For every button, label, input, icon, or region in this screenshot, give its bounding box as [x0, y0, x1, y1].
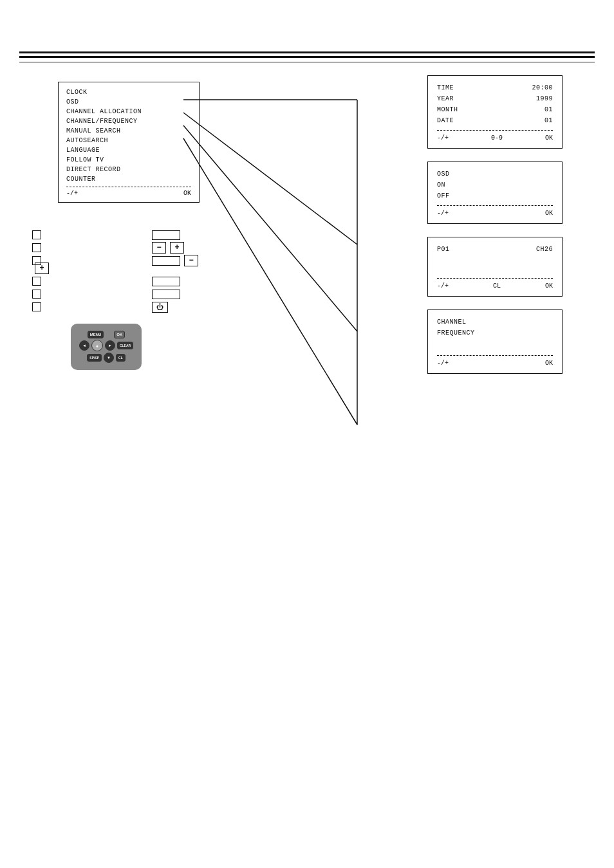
clock-footer-mid: 0-9	[491, 134, 503, 142]
osd-footer-right: OK	[545, 210, 553, 217]
minus-btn-3[interactable]: −	[184, 255, 198, 266]
clock-month-label: MONTH	[437, 106, 458, 113]
osd-on-row: ON	[437, 180, 553, 190]
remote-down-btn[interactable]: ▼	[104, 353, 114, 363]
remote-cl-btn[interactable]: CL	[116, 354, 126, 362]
box-4	[152, 277, 180, 286]
clock-time-label: TIME	[437, 84, 454, 91]
checkbox-4	[32, 277, 41, 286]
channel-freq-channel-label: CHANNEL	[437, 319, 467, 326]
minus-btn-2[interactable]: −	[152, 242, 166, 254]
plus-btn-2[interactable]: +	[170, 242, 184, 254]
clock-date-value: 01	[544, 115, 553, 126]
menu-footer-right: OK	[183, 190, 191, 197]
right-column: TIME 20:00 YEAR 1999 MONTH 01 DATE 01 -	[427, 75, 569, 387]
menu-item-counter: COUNTER	[66, 174, 191, 184]
menu-item-follow-tv: FOLLOW TV	[66, 155, 191, 165]
clock-footer-right: OK	[545, 134, 553, 142]
channel-alloc-spacer	[437, 255, 553, 274]
clock-date-label: DATE	[437, 117, 454, 124]
channel-freq-submenu-box: CHANNEL FREQUENCY -/+ OK	[427, 309, 563, 374]
left-column: CLOCK OSD CHANNEL ALLOCATION CHANNEL/FRE…	[19, 75, 427, 387]
remote-control: MENU OK ◄ ● ► CLEAR SP/SP ▼ CL	[71, 324, 148, 375]
diagram-row-4	[32, 275, 427, 288]
checkbox-5	[32, 290, 41, 299]
clock-footer: -/+ 0-9 OK	[437, 134, 553, 142]
checkbox-6	[32, 302, 41, 311]
clock-month-value: 01	[544, 104, 553, 115]
channel-freq-footer-right: OK	[545, 360, 553, 367]
channel-alloc-submenu-box: P01 CH26 -/+ CL OK	[427, 237, 563, 297]
osd-footer: -/+ OK	[437, 210, 553, 217]
osd-off-label: OFF	[437, 192, 450, 199]
channel-alloc-footer-left: -/+	[437, 282, 449, 290]
checkbox-2	[32, 243, 41, 252]
checkbox-1	[32, 230, 41, 239]
channel-freq-spacer	[437, 338, 553, 351]
menu-divider	[66, 187, 191, 187]
osd-on-label: ON	[437, 181, 445, 189]
row-label-3	[45, 257, 148, 264]
menu-item-language: LANGUAGE	[66, 145, 191, 155]
diagram-row-1	[32, 228, 427, 241]
remote-ok-btn[interactable]: OK	[114, 331, 125, 338]
channel-alloc-p01-label: P01	[437, 246, 450, 253]
channel-alloc-footer-right: OK	[545, 282, 553, 290]
clock-date-row: DATE 01	[437, 115, 553, 126]
menu-footer-left: -/+	[66, 190, 78, 197]
remote-center-btn[interactable]: ●	[91, 340, 103, 351]
remote-clear-btn[interactable]: CLEAR	[117, 342, 133, 349]
sub-border-line	[19, 62, 595, 62]
osd-submenu-box: OSD ON OFF -/+ OK	[427, 162, 563, 224]
clock-month-row: MONTH 01	[437, 104, 553, 115]
box-5	[152, 290, 180, 299]
channel-freq-footer: -/+ OK	[437, 360, 553, 367]
row-label-1	[45, 232, 148, 239]
remote-bot-row: SP/SP ▼ CL	[87, 353, 125, 363]
channel-freq-footer-left: -/+	[437, 360, 449, 367]
osd-off-row: OFF	[437, 190, 553, 201]
channel-alloc-divider	[437, 278, 553, 279]
remote-menu-btn[interactable]: MENU	[88, 331, 104, 338]
clock-time-value: 20:00	[532, 82, 553, 93]
clock-divider	[437, 130, 553, 131]
clock-time-row: TIME 20:00	[437, 82, 553, 93]
main-layout: CLOCK OSD CHANNEL ALLOCATION CHANNEL/FRE…	[19, 75, 595, 387]
row-label-2	[45, 245, 148, 252]
clock-footer-left: -/+	[437, 134, 449, 142]
menu-item-direct-record: DIRECT RECORD	[66, 165, 191, 174]
channel-alloc-p01-value: CH26	[536, 244, 553, 255]
box-1	[152, 230, 180, 240]
clock-year-row: YEAR 1999	[437, 93, 553, 104]
page-container: CLOCK OSD CHANNEL ALLOCATION CHANNEL/FRE…	[0, 0, 614, 868]
channel-freq-divider	[437, 355, 553, 356]
plus-btn-3b[interactable]: +	[35, 263, 49, 274]
clock-year-value: 1999	[536, 93, 553, 104]
diagram-section: − + − +	[32, 228, 427, 313]
remote-body: MENU OK ◄ ● ► CLEAR SP/SP ▼ CL	[71, 324, 142, 370]
channel-alloc-footer: -/+ CL OK	[437, 282, 553, 290]
menu-item-manual-search: MANUAL SEARCH	[66, 126, 191, 136]
osd-footer-left: -/+	[437, 210, 449, 217]
box-3	[152, 256, 180, 266]
menu-item-autosearch: AUTOSEARCH	[66, 136, 191, 145]
remote-right-btn[interactable]: ►	[105, 340, 115, 351]
menu-item-channel-alloc: CHANNEL ALLOCATION	[66, 107, 191, 116]
channel-alloc-p01-row: P01 CH26	[437, 244, 553, 255]
channel-freq-frequency-row: FREQUENCY	[437, 328, 553, 338]
menu-footer: -/+ OK	[66, 190, 191, 197]
menu-item-channel-freq: CHANNEL/FREQUENCY	[66, 116, 191, 126]
remote-mid-row: ◄ ● ► CLEAR	[79, 340, 133, 351]
menu-item-clock: CLOCK	[66, 88, 191, 97]
osd-divider	[437, 205, 553, 206]
remote-spsp-btn[interactable]: SP/SP	[87, 354, 102, 362]
remote-top-row: MENU OK	[88, 331, 126, 338]
diagram-row-6: ⏻	[32, 300, 427, 313]
osd-label-row: OSD	[437, 169, 553, 180]
power-btn-6[interactable]: ⏻	[152, 302, 168, 313]
remote-left-btn[interactable]: ◄	[79, 340, 89, 351]
menu-item-osd: OSD	[66, 97, 191, 107]
diagram-row-2: − +	[32, 241, 427, 254]
main-menu-box: CLOCK OSD CHANNEL ALLOCATION CHANNEL/FRE…	[58, 82, 200, 203]
channel-alloc-footer-mid: CL	[493, 282, 501, 290]
